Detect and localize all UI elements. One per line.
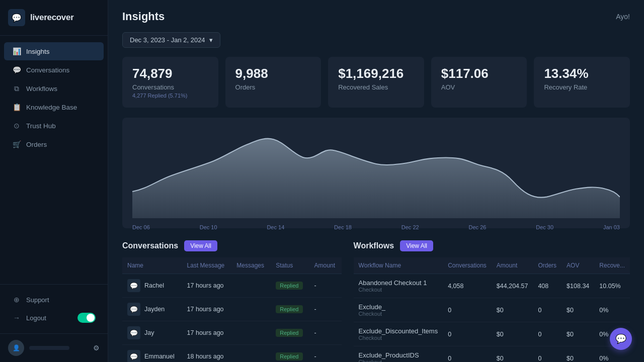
sidebar-item-orders[interactable]: 🛒 Orders [4,135,104,153]
logout-toggle[interactable] [77,313,96,323]
conv-last-message: 18 hours ago [182,345,232,363]
sidebar-item-conversations-label: Conversations [26,66,69,74]
conv-avatar-icon: 💬 [127,279,140,292]
conv-status: Replied [271,345,309,363]
logo-text: liverecover [30,13,74,23]
stat-cards-container: 74,879 Conversations 4,277 Replied (5.71… [122,57,630,108]
col-header-last-message: Last Message [182,257,232,274]
table-row[interactable]: 💬 Rachel 17 hours ago Replied - [122,274,342,298]
table-row[interactable]: Exclude_Discounted_Items Checkout 0 $0 0… [354,322,630,346]
table-row[interactable]: 💬 Jayden 17 hours ago Replied - [122,298,342,321]
knowledge-base-icon: 📋 [12,103,21,112]
wf-name: Abandoned Checkout 1 [359,279,438,287]
stat-label-recovery-rate: Recovery Rate [544,83,620,91]
conv-name: Rachel [144,282,164,289]
col-header-amount: Amount [309,257,342,274]
stat-label-conversations: Conversations [132,83,208,91]
table-row[interactable]: 💬 Jay 17 hours ago Replied - [122,321,342,345]
col-header-messages: Messages [231,257,271,274]
conv-name-cell: 💬 Rachel [122,274,182,298]
support-label: Support [26,296,49,304]
sidebar-item-workflows[interactable]: ⧉ Workflows [4,79,104,98]
chat-fab-button[interactable]: 💬 [610,328,632,350]
wf-conversations: 0 [443,298,492,322]
stat-value-orders: 9,988 [235,66,311,81]
conv-name-cell: 💬 Jay [122,321,182,345]
table-row[interactable]: Exclude_ProductIDS Checkout 0 $0 0 $0 0% [354,346,630,363]
chevron-down-icon: ▾ [209,36,213,44]
table-row[interactable]: Abandoned Checkout 1 Checkout 4,058 $44,… [354,274,630,298]
wf-recovery: 10.05% [594,274,630,298]
workflows-section-header: Workflows View All [354,240,630,251]
conversations-section-title: Conversations [122,241,178,250]
conversations-view-all-button[interactable]: View All [184,240,217,251]
chart-label-dec14: Dec 14 [267,224,284,230]
support-button[interactable]: ⊕ Support [4,291,104,308]
sidebar-item-insights[interactable]: 📊 Insights [4,42,104,60]
sidebar-item-conversations[interactable]: 💬 Conversations [4,61,104,79]
sidebar-user: 👤 ⚙ [0,333,108,362]
workflows-table: Workflow Name Conversations Amount Order… [354,257,630,362]
wf-name: Exclude_ [359,303,438,311]
table-row[interactable]: 💬 Emmanuel 18 hours ago Replied - [122,345,342,363]
conv-amount: - [309,298,342,321]
wf-name-cell: Abandoned Checkout 1 Checkout [354,274,443,298]
stat-card-aov: $117.06 AOV [431,57,527,108]
conv-name-cell: 💬 Jayden [122,298,182,321]
conv-avatar-icon: 💬 [127,350,140,362]
user-info [29,346,88,350]
stat-value-recovery-rate: 13.34% [544,66,620,81]
wf-recovery: 0% [594,298,630,322]
logout-icon: → [12,313,21,322]
wf-type: Checkout [359,287,438,293]
chart-label-dec26: Dec 26 [469,224,487,230]
date-range-picker[interactable]: Dec 3, 2023 - Jan 2, 2024 ▾ [122,32,220,48]
conv-name: Emmanuel [144,353,175,360]
page-title: Insights [122,10,165,23]
stat-card-orders: 9,988 Orders [225,57,321,108]
settings-icon[interactable]: ⚙ [93,344,100,352]
logout-label: Logout [26,314,46,322]
conversations-table-section: Conversations View All Name Last Message… [122,240,342,362]
user-greeting: Ayo! [616,13,630,21]
wf-aov: $108.34 [561,274,594,298]
conversations-icon: 💬 [12,65,21,74]
wf-name-cell: Exclude_ProductIDS Checkout [354,346,443,363]
stat-card-recovered-sales: $1,169,216 Recovered Sales [328,57,424,108]
wf-col-conversations: Conversations [443,257,492,274]
conv-last-message: 17 hours ago [182,274,232,298]
wf-amount: $44,204.57 [492,274,533,298]
workflows-section-title: Workflows [354,241,394,250]
wf-orders: 0 [533,322,561,346]
chart-label-dec18: Dec 18 [334,224,352,230]
stat-card-conversations: 74,879 Conversations 4,277 Replied (5.71… [122,57,218,108]
sidebar-item-trust-hub[interactable]: ⊙ Trust Hub [4,117,104,135]
stat-sub-conversations: 4,277 Replied (5.71%) [132,93,208,99]
area-chart-container: Dec 06 Dec 10 Dec 14 Dec 18 Dec 22 Dec 2… [122,118,630,228]
col-header-name: Name [122,257,182,274]
sidebar-item-knowledge-base[interactable]: 📋 Knowledge Base [4,98,104,116]
wf-type: Checkout [359,335,438,341]
insights-icon: 📊 [12,47,21,56]
logout-toggle-container: → Logout [4,309,104,327]
chart-label-dec22: Dec 22 [401,224,419,230]
sidebar-item-workflows-label: Workflows [26,85,57,93]
date-range-text: Dec 3, 2023 - Jan 2, 2024 [130,36,205,44]
support-icon: ⊕ [12,295,21,304]
chart-label-dec06: Dec 06 [132,224,150,230]
table-row[interactable]: Exclude_ Checkout 0 $0 0 $0 0% [354,298,630,322]
conv-amount: - [309,345,342,363]
wf-conversations: 4,058 [443,274,492,298]
sidebar: 💬 liverecover 📊 Insights 💬 Conversations… [0,0,108,362]
conv-status: Replied [271,321,309,345]
stat-value-conversations: 74,879 [132,66,208,81]
sidebar-item-insights-label: Insights [26,48,50,55]
wf-name: Exclude_ProductIDS [359,351,438,359]
sidebar-item-knowledge-base-label: Knowledge Base [26,104,77,111]
wf-aov: $0 [561,346,594,363]
workflows-view-all-button[interactable]: View All [400,240,433,251]
wf-orders: 0 [533,298,561,322]
wf-col-aov: AOV [561,257,594,274]
chart-x-labels: Dec 06 Dec 10 Dec 14 Dec 18 Dec 22 Dec 2… [132,220,620,230]
wf-aov: $0 [561,322,594,346]
